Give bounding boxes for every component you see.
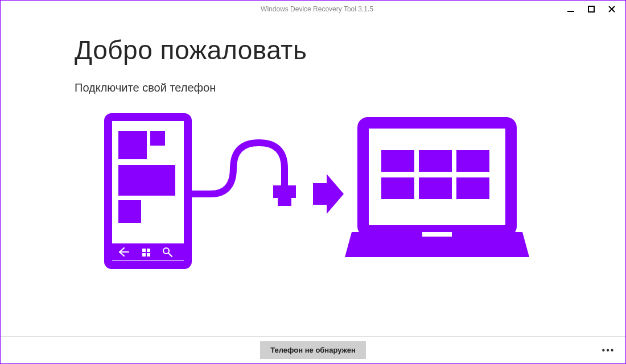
close-button[interactable]	[602, 1, 622, 17]
more-icon: •••	[602, 345, 615, 355]
svg-rect-27	[422, 232, 452, 237]
phone-not-detected-button[interactable]: Телефон не обнаружен	[260, 341, 365, 359]
maximize-icon	[588, 6, 595, 13]
svg-marker-19	[313, 174, 344, 214]
svg-rect-22	[419, 150, 452, 172]
illustration-container	[75, 111, 551, 276]
window-controls	[561, 1, 625, 17]
page-title: Добро пожаловать	[75, 35, 551, 65]
usb-cable-icon	[191, 143, 296, 206]
svg-rect-20	[363, 123, 511, 231]
bottom-bar: Телефон не обнаружен •••	[1, 336, 625, 363]
svg-rect-26	[456, 177, 489, 199]
laptop-icon	[345, 123, 529, 257]
svg-rect-12	[147, 249, 150, 252]
svg-rect-11	[142, 249, 146, 252]
svg-rect-18	[278, 198, 291, 206]
svg-rect-14	[147, 253, 150, 257]
svg-rect-17	[273, 185, 296, 198]
page-subtitle: Подключите свой телефон	[75, 81, 551, 94]
arrow-right-icon	[313, 174, 344, 214]
svg-rect-25	[419, 177, 452, 199]
more-options-button[interactable]: •••	[597, 337, 620, 364]
titlebar: Windows Device Recovery Tool 3.1.5	[1, 1, 625, 18]
svg-rect-5	[118, 131, 147, 159]
connect-phone-illustration	[97, 111, 529, 276]
window-title: Windows Device Recovery Tool 3.1.5	[73, 5, 561, 13]
svg-rect-7	[118, 165, 175, 196]
svg-rect-6	[150, 131, 165, 146]
app-window: Windows Device Recovery Tool 3.1.5 Д	[0, 0, 626, 364]
minimize-button[interactable]	[561, 1, 581, 17]
phone-icon	[108, 117, 188, 265]
svg-rect-23	[456, 150, 489, 172]
svg-rect-8	[118, 200, 141, 223]
maximize-button[interactable]	[581, 1, 602, 17]
svg-rect-21	[381, 150, 414, 172]
close-icon	[608, 6, 615, 13]
svg-rect-1	[588, 6, 594, 12]
main-content: Добро пожаловать Подключите свой телефон	[1, 18, 625, 336]
svg-rect-24	[381, 177, 414, 199]
minimize-icon	[567, 6, 574, 13]
svg-rect-13	[142, 253, 146, 257]
svg-rect-0	[567, 11, 574, 12]
